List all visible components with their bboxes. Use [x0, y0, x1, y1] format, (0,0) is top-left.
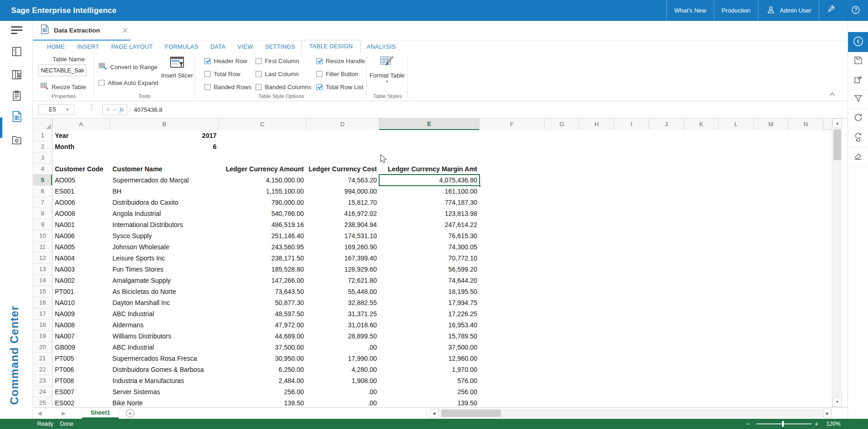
cell-D11[interactable]: 169,260.90 — [306, 241, 379, 253]
cell-B9[interactable]: International Distributors — [110, 219, 219, 230]
zoom-slider[interactable] — [756, 423, 811, 424]
row-header-9[interactable]: 9 — [33, 219, 52, 230]
column-header-M[interactable]: M — [754, 118, 789, 130]
cell-B12[interactable]: Leisure Sports Inc — [110, 253, 219, 264]
ribbon-tab-formulas[interactable]: FORMULAS — [159, 41, 204, 53]
menu-button[interactable] — [0, 21, 33, 41]
cell-A21[interactable]: PT005 — [53, 353, 110, 364]
column-header-N[interactable]: N — [789, 118, 823, 130]
cell-A19[interactable]: NA007 — [53, 331, 110, 342]
zoom-in-button[interactable]: + — [815, 420, 818, 428]
table-name-input[interactable] — [38, 65, 86, 76]
cell-A13[interactable]: NA003 — [53, 264, 110, 275]
row-header-12[interactable]: 12 — [33, 253, 52, 264]
horizontal-scroll-thumb[interactable] — [441, 410, 501, 417]
row-header-19[interactable]: 19 — [33, 331, 52, 342]
cell-B17[interactable]: ABC Industrial — [110, 308, 219, 319]
cell-A11[interactable]: NA005 — [53, 241, 110, 253]
cell-E12[interactable]: 70,772.10 — [379, 253, 480, 264]
next-sheet-icon[interactable]: ▶ — [59, 408, 68, 419]
cell-D4[interactable]: Ledger Currency Cost — [306, 163, 379, 175]
style-option-total-row-list[interactable]: Total Row List — [316, 84, 363, 91]
cell-E8[interactable]: 123,813.98 — [379, 208, 480, 219]
cell-E7[interactable]: 774,187.30 — [379, 197, 480, 208]
cell-E23[interactable]: 576.00 — [379, 375, 480, 386]
resize-table-button[interactable]: Resize Table — [40, 82, 86, 91]
insert-slicer-button[interactable]: Insert Slicer — [162, 56, 192, 79]
row-header-3[interactable]: 3 — [33, 152, 52, 163]
cell-E10[interactable]: 76,615.30 — [379, 230, 480, 241]
cell-C6[interactable]: 1,155,100.00 — [219, 186, 306, 197]
cell-D18[interactable]: 31,018.60 — [306, 319, 379, 331]
style-option-banded-columns[interactable]: Banded Columns — [256, 84, 311, 91]
cell-A17[interactable]: NA009 — [53, 308, 110, 319]
cell-B5[interactable]: Supermercados do Marçal — [110, 175, 219, 186]
cell-D16[interactable]: 32,882.55 — [306, 297, 379, 308]
sidebar-item-favorites[interactable] — [0, 130, 33, 151]
cell-E9[interactable]: 247,614.22 — [379, 219, 480, 230]
cell-A4[interactable]: Customer Code — [53, 163, 110, 175]
style-option-header-row[interactable]: Header Row — [204, 58, 247, 65]
previous-sheet-icon[interactable]: ◀ — [35, 408, 44, 419]
cell-B23[interactable]: Industria e Manufacturas — [110, 375, 219, 386]
cell-B19[interactable]: Williams Distributors — [110, 331, 219, 342]
cell-A23[interactable]: PT008 — [53, 375, 110, 386]
cell-C21[interactable]: 30,950.00 — [219, 353, 306, 364]
scroll-right-icon[interactable]: ▶ — [823, 409, 832, 418]
row-header-14[interactable]: 14 — [33, 275, 52, 286]
column-header-A[interactable]: A — [53, 118, 110, 130]
cell-C18[interactable]: 47,972.00 — [219, 319, 306, 331]
cell-C20[interactable]: 37,500.00 — [219, 342, 306, 353]
clear-button[interactable] — [848, 147, 868, 166]
cell-B4[interactable]: Customer Name — [110, 163, 219, 175]
ribbon-tab-insert[interactable]: INSERT — [71, 41, 105, 53]
column-header-G[interactable]: G — [545, 118, 579, 130]
sidebar-item-notebook[interactable] — [0, 42, 33, 63]
cell-B22[interactable]: Distribuidora Gomes & Barbosa — [110, 364, 219, 375]
ribbon-tab-home[interactable]: HOME — [41, 41, 71, 53]
cell-D20[interactable]: .00 — [306, 342, 379, 353]
cell-E14[interactable]: 74,644.20 — [379, 275, 480, 286]
sheet-tab-active[interactable]: Sheet1 — [82, 408, 119, 419]
select-all-corner[interactable] — [33, 118, 53, 130]
cell-C11[interactable]: 243,560.95 — [219, 241, 306, 253]
cell-C16[interactable]: 50,877.30 — [219, 297, 306, 308]
cell-D24[interactable]: .00 — [306, 386, 379, 397]
sidebar-item-dashboards[interactable] — [0, 65, 33, 86]
column-header-L[interactable]: L — [719, 118, 754, 130]
cell-A16[interactable]: NA010 — [53, 297, 110, 308]
cell-A9[interactable]: NA001 — [53, 219, 110, 230]
cell-E13[interactable]: 56,599.20 — [379, 264, 480, 275]
row-header-13[interactable]: 13 — [33, 264, 52, 275]
cell-D5[interactable]: 74,563.20 — [306, 175, 379, 186]
scroll-up-icon[interactable]: ▲ — [833, 118, 842, 128]
column-header-K[interactable]: K — [684, 118, 719, 130]
style-option-banded-rows[interactable]: Banded Rows — [204, 84, 251, 91]
cell-B6[interactable]: BH — [110, 186, 219, 197]
cell-C7[interactable]: 790,000.00 — [219, 197, 306, 208]
row-header-25[interactable]: 25 — [33, 397, 52, 407]
cell-C15[interactable]: 73,643.50 — [219, 286, 306, 297]
cell-D7[interactable]: 15,812.70 — [306, 197, 379, 208]
row-header-10[interactable]: 10 — [33, 230, 52, 241]
cell-D21[interactable]: 17,990.00 — [306, 353, 379, 364]
column-header-J[interactable]: J — [649, 118, 684, 130]
cell-C5[interactable]: 4,150,000.00 — [219, 175, 306, 186]
cell-B14[interactable]: Amalgamate Supply — [110, 275, 219, 286]
cell-D8[interactable]: 416,972.02 — [306, 208, 379, 219]
cell-A12[interactable]: NA004 — [53, 253, 110, 264]
cell-A7[interactable]: AO006 — [53, 197, 110, 208]
row-header-11[interactable]: 11 — [33, 241, 52, 253]
cell-D12[interactable]: 167,399.40 — [306, 253, 379, 264]
zoom-slider-thumb[interactable] — [782, 421, 784, 427]
row-header-20[interactable]: 20 — [33, 342, 52, 353]
name-box[interactable]: E5 ▾ — [38, 104, 74, 115]
cell-B24[interactable]: Server Sistemas — [110, 386, 219, 397]
insert-function-icon[interactable]: fx — [119, 106, 124, 113]
whats-new-button[interactable]: What's New — [666, 0, 714, 21]
cell-B7[interactable]: Distribuidora do Caxito — [110, 197, 219, 208]
column-header-D[interactable]: D — [306, 118, 379, 130]
collapse-ribbon-button[interactable] — [829, 91, 835, 98]
cell-C17[interactable]: 48,597.50 — [219, 308, 306, 319]
column-header-B[interactable]: B — [110, 118, 219, 130]
